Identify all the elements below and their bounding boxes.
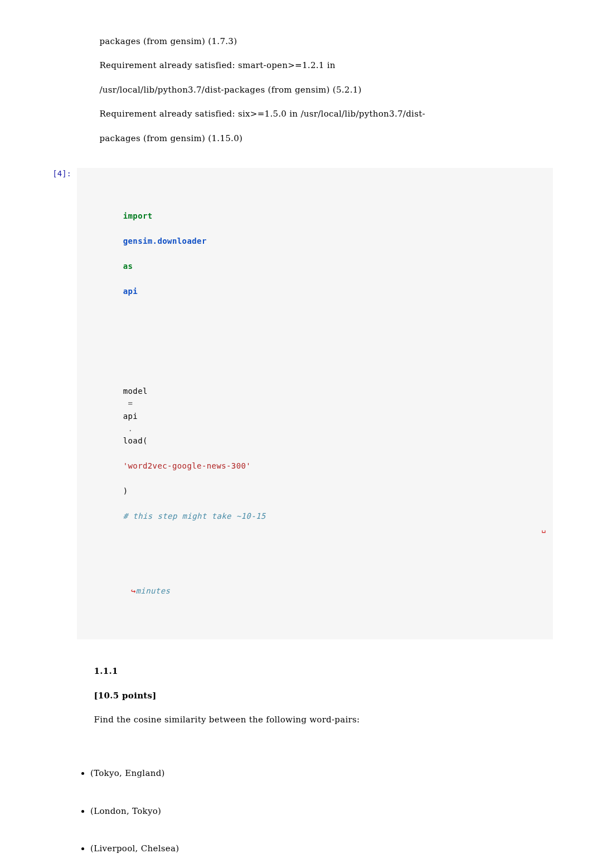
page: packages (from gensim) (1.7.3) Requireme… [0, 0, 592, 868]
pip-line: packages (from gensim) (1.15.0) [99, 133, 242, 143]
pip-line: /usr/local/lib/python3.7/dist-packages (… [99, 85, 361, 95]
pip-output: packages (from gensim) (1.7.3) Requireme… [83, 23, 553, 157]
var-model: model [123, 387, 148, 396]
pip-line: Requirement already satisfied: smart-ope… [99, 60, 335, 70]
pip-output-cell: packages (from gensim) (1.7.3) Requireme… [39, 23, 553, 157]
section-points: [10.5 points] [94, 691, 156, 701]
list-item: (Tokyo, England) [90, 768, 553, 780]
list-item: (London, Tokyo) [90, 806, 553, 818]
keyword-as: as [123, 262, 133, 271]
pip-line: packages (from gensim) (1.7.3) [99, 36, 237, 46]
linewrap-glyph: ␣ [537, 522, 546, 534]
section-number: 1.1.1 [94, 666, 118, 676]
module-gensim-downloader: gensim.downloader [123, 237, 207, 245]
prompt-in-4: [4]: [39, 168, 77, 179]
markdown-1-1-1: 1.1.1 [10.5 points] Find the cosine simi… [39, 654, 553, 868]
keyword-import: import [123, 211, 153, 220]
markdown-body: 1.1.1 [10.5 points] Find the cosine simi… [77, 654, 553, 868]
pip-line: Requirement already satisfied: six>=1.5.… [99, 109, 425, 119]
alias-api: api [123, 287, 138, 296]
code-area-4[interactable]: import gensim.downloader as api model = … [77, 168, 553, 639]
list-item: (Liverpool, Chelsea) [90, 843, 553, 855]
section-text: Find the cosine similarity between the f… [94, 715, 360, 725]
string-model-name: 'word2vec-google-news-300' [123, 461, 251, 470]
code-cell-4: [4]: import gensim.downloader as api mod… [39, 168, 553, 639]
comment: # this step might take ~10-15 [123, 512, 266, 520]
word-pair-list: (Tokyo, England) (London, Tokyo) (Liverp… [90, 743, 553, 868]
